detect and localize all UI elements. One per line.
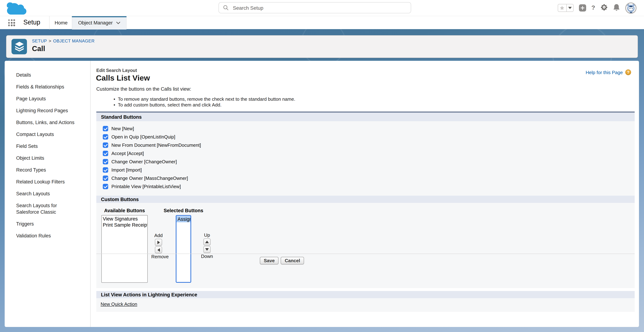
app-launcher-button[interactable]	[8, 20, 15, 26]
checkbox-checked-icon[interactable]	[103, 142, 108, 148]
instruction-bullets: To remove any standard buttons, remove t…	[114, 96, 295, 108]
page-header-card: SETUP>OBJECT MANAGER Call	[6, 35, 638, 58]
arrow-left-icon	[157, 248, 160, 252]
astro-eye	[630, 8, 630, 9]
custom-buttons-header: Custom Buttons	[96, 196, 635, 203]
caret-down-icon	[568, 7, 572, 9]
breadcrumb-object-manager-link[interactable]: OBJECT MANAGER	[53, 39, 95, 44]
arrow-right-icon	[157, 240, 160, 244]
sidebar-item-field-sets[interactable]: Field Sets	[16, 143, 81, 150]
sidebar-item-details[interactable]: Details	[16, 72, 81, 78]
available-option-print-sample-receipt[interactable]: Print Sample Receipt	[102, 222, 147, 228]
checkbox-checked-icon[interactable]	[103, 184, 108, 189]
tab-object-manager[interactable]: Object Manager	[72, 16, 126, 30]
checkbox-row-open-in-quip[interactable]: Open in Quip [OpenListInQuip]	[103, 133, 635, 141]
checkbox-checked-icon[interactable]	[103, 176, 108, 181]
main-panel: Details Fields & Relationships Page Layo…	[5, 61, 639, 327]
sidebar-item-fields-relationships[interactable]: Fields & Relationships	[16, 84, 81, 90]
help-page-icon[interactable]: ?	[625, 69, 631, 75]
sidebar-item-page-layouts[interactable]: Page Layouts	[16, 96, 81, 102]
nav-divider	[49, 16, 50, 30]
down-button[interactable]	[204, 246, 210, 253]
page-eyebrow: Edit Search Layout	[96, 68, 137, 73]
bullet-item: To remove any standard buttons, remove t…	[114, 96, 295, 102]
selected-option-assign[interactable]: Assign	[176, 216, 191, 222]
favorites-button[interactable]	[558, 4, 566, 12]
waffle-icon	[8, 20, 10, 21]
setup-nav-bar: Setup Home Object Manager	[0, 16, 644, 29]
user-avatar[interactable]	[625, 2, 636, 14]
global-search[interactable]	[218, 2, 411, 13]
up-button[interactable]	[204, 238, 210, 245]
new-quick-action-link[interactable]: New Quick Action	[100, 301, 137, 307]
salesforce-setup-page: ?	[0, 0, 644, 332]
breadcrumb-separator: >	[49, 39, 52, 44]
sidebar-item-triggers[interactable]: Triggers	[16, 221, 81, 227]
favorites-expand-button[interactable]	[566, 4, 573, 12]
checkbox-checked-icon[interactable]	[103, 134, 108, 140]
arrow-up-icon	[205, 241, 209, 243]
add-label: Add	[151, 233, 166, 238]
checkbox-row-printable-view[interactable]: Printable View [PrintableListView]	[103, 182, 635, 191]
help-row: Help for this Page ?	[586, 69, 631, 75]
cancel-button[interactable]: Cancel	[281, 257, 304, 264]
breadcrumb: SETUP>OBJECT MANAGER	[32, 39, 94, 44]
notifications-button[interactable]	[613, 4, 620, 13]
tab-home[interactable]: Home	[52, 16, 71, 30]
remove-button[interactable]	[155, 246, 162, 253]
checkbox-row-new-from-document[interactable]: New From Document [NewFromDocument]	[103, 141, 635, 149]
standard-buttons-header: Standard Buttons	[96, 112, 635, 121]
layout-table: Standard Buttons New [New] Open in Quip …	[96, 112, 635, 312]
app-name: Setup	[23, 19, 40, 26]
standard-buttons-body: New [New] Open in Quip [OpenListInQuip] …	[96, 121, 635, 196]
checkbox-row-accept[interactable]: Accept [Accept]	[103, 149, 635, 158]
bullet-item: To add custom buttons, select them and c…	[114, 102, 295, 108]
custom-buttons-body: Available Buttons Selected Buttons View …	[96, 203, 635, 288]
checkbox-row-change-owner[interactable]: Change Owner [ChangeOwner]	[103, 158, 635, 166]
sidebar-item-lightning-record-pages[interactable]: Lightning Record Pages	[16, 108, 81, 114]
sidebar-item-object-limits[interactable]: Object Limits	[16, 155, 81, 162]
checkbox-checked-icon[interactable]	[103, 126, 108, 131]
help-button[interactable]: ?	[591, 4, 595, 12]
sidebar-item-record-types[interactable]: Record Types	[16, 167, 81, 173]
object-manager-tile	[12, 39, 27, 54]
utility-icon-cluster: ?	[558, 0, 636, 16]
selected-buttons-listbox[interactable]: Assign	[176, 215, 191, 283]
add-button[interactable]	[155, 239, 162, 246]
object-title: Call	[32, 45, 94, 53]
breadcrumb-setup-link[interactable]: SETUP	[32, 39, 47, 44]
sidebar-item-compact-layouts[interactable]: Compact Layouts	[16, 131, 81, 138]
quick-create-button[interactable]	[579, 4, 586, 12]
help-for-this-page-link[interactable]: Help for this Page	[586, 70, 623, 75]
star-icon	[560, 6, 564, 11]
gear-icon	[600, 4, 608, 11]
sidebar-item-buttons-links-actions[interactable]: Buttons, Links, and Actions	[16, 119, 81, 126]
page-title: Calls List View	[96, 74, 150, 83]
available-option-view-signatures[interactable]: View Signatures	[102, 216, 147, 222]
checkbox-checked-icon[interactable]	[103, 159, 108, 164]
sidebar-item-search-layouts[interactable]: Search Layouts	[16, 191, 81, 197]
up-label: Up	[200, 232, 214, 238]
section-gap	[96, 288, 635, 291]
checkbox-row-mass-change-owner[interactable]: Change Owner [MassChangeOwner]	[103, 174, 635, 182]
sidebar-item-search-layouts-classic[interactable]: Search Layouts for Salesforce Classic	[16, 202, 81, 215]
breadcrumb-block: SETUP>OBJECT MANAGER Call	[32, 39, 94, 53]
checkbox-checked-icon[interactable]	[103, 151, 108, 156]
footer-actions: Save Cancel	[96, 254, 635, 267]
sidebar-item-validation-rules[interactable]: Validation Rules	[16, 233, 81, 239]
question-mark-icon: ?	[591, 4, 595, 11]
chevron-down-icon	[116, 22, 120, 24]
astro-hair	[629, 6, 632, 7]
checkbox-row-new[interactable]: New [New]	[103, 124, 635, 133]
available-buttons-listbox[interactable]: View Signatures Print Sample Receipt	[101, 215, 148, 283]
checkbox-row-import[interactable]: Import [Import]	[103, 166, 635, 174]
layers-icon	[14, 42, 24, 52]
content-area: Edit Search Layout Calls List View Help …	[91, 61, 639, 327]
sidebar-item-related-lookup-filters[interactable]: Related Lookup Filters	[16, 179, 81, 185]
checkbox-checked-icon[interactable]	[103, 167, 108, 173]
search-input[interactable]	[232, 5, 406, 11]
save-button[interactable]: Save	[260, 257, 279, 264]
setup-gear-button[interactable]	[600, 4, 608, 12]
global-utility-bar: ?	[0, 0, 644, 16]
list-view-actions-body: New Quick Action	[96, 298, 635, 312]
